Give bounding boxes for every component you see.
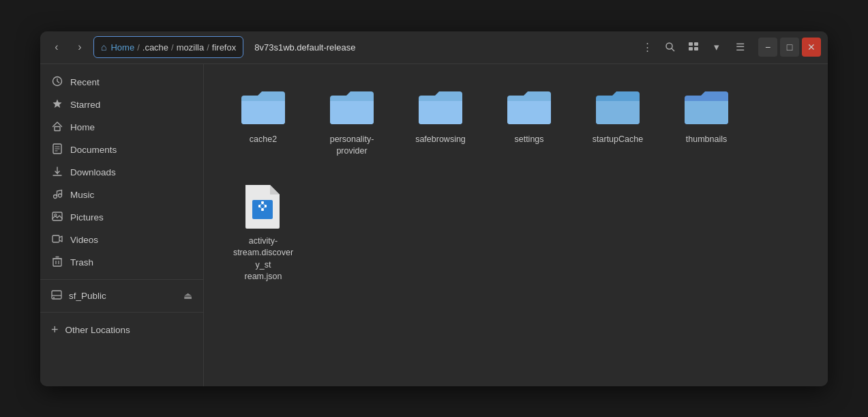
sidebar-label-documents: Documents [70, 145, 117, 155]
sidebar-separator [40, 279, 203, 280]
svg-point-15 [59, 194, 62, 197]
folder-icon-thumbnails [682, 86, 731, 130]
folder-icon-startupcache [593, 86, 642, 130]
downloads-icon [51, 166, 63, 179]
breadcrumb-mozilla[interactable]: mozilla [177, 42, 204, 53]
file-item-cache2[interactable]: cache2 [226, 81, 301, 163]
file-name-thumbnails: thumbnails [686, 134, 727, 146]
sidebar-label-recent: Recent [70, 77, 100, 87]
file-item-thumbnails[interactable]: thumbnails [669, 81, 744, 152]
svg-rect-31 [258, 205, 260, 207]
folder-icon-cache2 [239, 86, 288, 130]
svg-rect-4 [689, 47, 693, 51]
sidebar-label-videos: Videos [70, 235, 98, 245]
view-grid-button[interactable] [683, 37, 704, 57]
sidebar-label-home: Home [70, 122, 95, 132]
view-dropdown-button[interactable]: ▾ [706, 37, 727, 57]
file-item-personality-provider[interactable]: personality-provider [314, 81, 389, 163]
svg-rect-29 [261, 201, 264, 203]
folder-icon-safebrowsing [416, 86, 465, 130]
svg-point-26 [53, 297, 55, 298]
home-icon: ⌂ [101, 42, 106, 53]
sidebar-item-documents[interactable]: Documents [40, 139, 203, 161]
breadcrumb-firefox[interactable]: firefox [212, 42, 236, 53]
breadcrumb-cache[interactable]: .cache [143, 42, 168, 53]
svg-point-14 [54, 195, 57, 198]
titlebar-actions: ⋮ ▾ ☰ [637, 37, 750, 57]
window-controls: − □ ✕ [758, 38, 821, 57]
sidebar-item-pictures[interactable]: Pictures [40, 206, 203, 229]
titlebar: ‹ › ⌂ Home / .cache / mozilla / firefox … [40, 31, 828, 64]
folder-icon-personality [327, 86, 376, 130]
svg-point-28 [260, 204, 265, 208]
svg-point-0 [666, 43, 672, 49]
documents-icon [51, 143, 63, 156]
sidebar: Recent Starred Home Documents [40, 64, 204, 386]
starred-icon [51, 98, 63, 111]
sidebar-item-sf-public[interactable]: sf_Public ⏏ [40, 285, 203, 306]
music-icon [51, 188, 63, 201]
breadcrumb-home[interactable]: Home [110, 42, 134, 53]
forward-button[interactable]: › [70, 38, 89, 57]
videos-icon [51, 233, 63, 246]
file-icon-activity-stream [243, 182, 284, 231]
folder-icon-settings [505, 86, 554, 130]
sidebar-item-starred[interactable]: Starred [40, 94, 203, 116]
close-button[interactable]: ✕ [802, 38, 821, 57]
svg-line-1 [672, 48, 674, 51]
sidebar-item-videos[interactable]: Videos [40, 229, 203, 251]
sidebar-label-starred: Starred [70, 100, 100, 110]
svg-rect-3 [694, 42, 698, 46]
other-locations-label: Other Locations [65, 325, 130, 335]
add-icon: + [51, 323, 59, 337]
svg-rect-5 [694, 47, 698, 51]
file-name-startupcache: startupCache [593, 134, 643, 146]
svg-rect-18 [53, 235, 59, 242]
file-name-safebrowsing: safebrowsing [415, 134, 466, 146]
sidebar-item-recent[interactable]: Recent [40, 71, 203, 94]
svg-point-17 [55, 214, 57, 216]
content-area: Recent Starred Home Documents [40, 64, 828, 386]
svg-rect-2 [689, 42, 693, 46]
file-name-settings: settings [514, 134, 543, 146]
search-button[interactable] [660, 37, 680, 57]
pictures-icon [51, 211, 63, 224]
view-list-button[interactable]: ☰ [730, 37, 750, 57]
sidebar-label-pictures: Pictures [70, 212, 104, 222]
svg-rect-19 [53, 259, 61, 266]
eject-button[interactable]: ⏏ [183, 290, 192, 301]
sidebar-label-trash: Trash [70, 257, 93, 268]
file-name-personality: personality-provider [330, 134, 374, 158]
svg-rect-30 [261, 209, 264, 211]
sf-public-label: sf_Public [69, 291, 106, 301]
current-folder-label: 8v73s1wb.default-release [248, 42, 633, 53]
drive-icon [51, 290, 62, 302]
breadcrumb[interactable]: ⌂ Home / .cache / mozilla / firefox [93, 36, 243, 58]
minimize-button[interactable]: − [758, 38, 777, 57]
file-name-cache2: cache2 [250, 134, 277, 146]
file-manager-window: ‹ › ⌂ Home / .cache / mozilla / firefox … [40, 31, 828, 386]
svg-rect-8 [55, 126, 60, 130]
sidebar-item-music[interactable]: Music [40, 184, 203, 206]
sidebar-other-locations[interactable]: + Other Locations [40, 318, 203, 342]
sidebar-item-downloads[interactable]: Downloads [40, 161, 203, 184]
sidebar-label-music: Music [70, 190, 94, 200]
recent-icon [51, 76, 63, 89]
file-item-startupcache[interactable]: startupCache [580, 81, 655, 163]
file-item-settings[interactable]: settings [492, 81, 567, 163]
file-item-safebrowsing[interactable]: safebrowsing [403, 81, 478, 163]
trash-icon [51, 256, 63, 269]
file-item-activity-stream[interactable]: activity-stream.discovery_stream.json [226, 177, 301, 289]
menu-dots-button[interactable]: ⋮ [637, 37, 657, 57]
back-button[interactable]: ‹ [47, 38, 66, 57]
maximize-button[interactable]: □ [780, 38, 799, 57]
sidebar-item-trash[interactable]: Trash [40, 251, 203, 274]
svg-rect-32 [265, 205, 267, 207]
sidebar-label-downloads: Downloads [70, 167, 116, 177]
sidebar-separator-2 [40, 312, 203, 313]
main-file-area: cache2 personality-provider [204, 64, 828, 386]
svg-marker-7 [53, 99, 62, 108]
file-name-activity-stream: activity-stream.discovery_stream.json [231, 235, 295, 283]
sidebar-item-home[interactable]: Home [40, 116, 203, 139]
home-nav-icon [51, 121, 63, 134]
